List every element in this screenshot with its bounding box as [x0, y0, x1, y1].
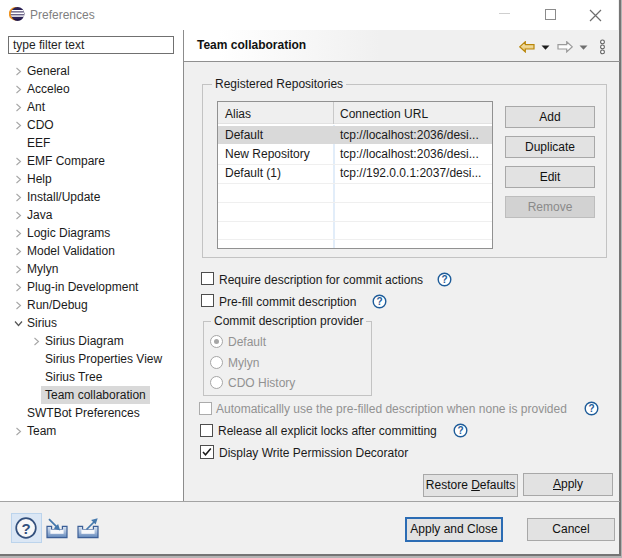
svg-text:?: ?: [457, 425, 463, 436]
svg-text:?: ?: [588, 403, 594, 414]
svg-text:?: ?: [21, 520, 30, 537]
svg-text:?: ?: [376, 296, 382, 307]
svg-text:?: ?: [441, 274, 447, 285]
